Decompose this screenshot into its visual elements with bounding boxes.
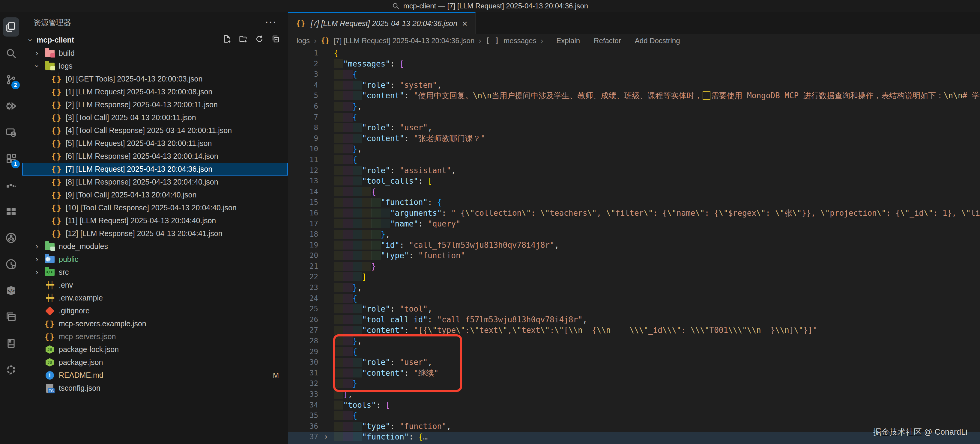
tree-item-readme-md[interactable]: ›iREADME.mdM bbox=[22, 369, 288, 382]
code-line-12[interactable]: 12 "role": "assistant", bbox=[288, 165, 980, 176]
chevron-right-icon[interactable]: › bbox=[33, 242, 41, 251]
tree-item-mcp-servers-json[interactable]: ›{}mcp-servers.json bbox=[22, 330, 288, 343]
breadcrumb-item[interactable]: [7] [LLM Request] 2025-04-13 20:04:36.js… bbox=[334, 36, 475, 45]
code-line-2[interactable]: 2 "messages": [ bbox=[288, 59, 980, 70]
collapse-all-icon[interactable] bbox=[271, 35, 280, 45]
code-line-26[interactable]: 26 "tool_call_id": "call_f57lm53wju813h0… bbox=[288, 315, 980, 325]
tree-item-[0]-[get-tools]-2025-04-13-20-00-03-json[interactable]: {}[0] [GET Tools] 2025-04-13 20:00:03.js… bbox=[22, 73, 288, 86]
code-line-3[interactable]: 3 { bbox=[288, 69, 980, 80]
code-line-32[interactable]: 32 } bbox=[288, 378, 980, 389]
activitybar-search[interactable] bbox=[0, 40, 22, 67]
activitybar-layers[interactable] bbox=[0, 304, 22, 330]
code-line-6[interactable]: 6 }, bbox=[288, 101, 980, 112]
fold-chevron-icon[interactable]: › bbox=[318, 432, 334, 442]
code-line-14[interactable]: 14 { bbox=[288, 187, 980, 197]
tree-item-[10]-[tool-call-response]-2025-04-13-20-04-40-json[interactable]: {}[10] [Tool Call Response] 2025-04-13 2… bbox=[22, 201, 288, 214]
tree-item--env[interactable]: ›╪╪.env bbox=[22, 279, 288, 292]
breadcrumb-item[interactable]: logs bbox=[297, 36, 310, 45]
activitybar-share-circle[interactable] bbox=[0, 225, 22, 251]
tree-item-logs[interactable]: ›logs bbox=[22, 60, 288, 73]
code-line-1[interactable]: 1{ bbox=[288, 48, 980, 59]
code-line-21[interactable]: 21 } bbox=[288, 261, 980, 272]
json-icon: {} bbox=[52, 74, 62, 84]
code-line-33[interactable]: 33 ], bbox=[288, 389, 980, 400]
code-line-28[interactable]: 28 }, bbox=[288, 336, 980, 347]
tree-item--gitignore[interactable]: ›.gitignore bbox=[22, 304, 288, 317]
code-line-7[interactable]: 7 { bbox=[288, 112, 980, 123]
code-line-9[interactable]: 9 "content": "张老师教哪门课？" bbox=[288, 133, 980, 144]
code-line-11[interactable]: 11 { bbox=[288, 155, 980, 165]
tree-item--env-example[interactable]: ›╪╪.env.example bbox=[22, 292, 288, 304]
more-actions-icon[interactable]: ··· bbox=[266, 17, 277, 28]
code-line-8[interactable]: 8 "role": "user", bbox=[288, 122, 980, 133]
code-line-13[interactable]: 13 "tool_calls": [ bbox=[288, 176, 980, 187]
tree-item-mcp-servers-example-json[interactable]: ›{}mcp-servers.example.json bbox=[22, 317, 288, 330]
tree-item-[5]-[llm-request]-2025-04-13-20-00-11-json[interactable]: {}[5] [LLM Request] 2025-04-13 20:00:11.… bbox=[22, 137, 288, 150]
code-line-29[interactable]: 29 { bbox=[288, 347, 980, 357]
code-line-24[interactable]: 24 { bbox=[288, 293, 980, 304]
new-file-icon[interactable] bbox=[223, 35, 232, 45]
code-line-19[interactable]: 19 "id": "call_f57lm53wju813h0qv78i4j8r"… bbox=[288, 240, 980, 251]
tree-item-[7]-[llm-request]-2025-04-13-20-04-36-json[interactable]: {}[7] [LLM Request] 2025-04-13 20:04:36.… bbox=[22, 163, 288, 176]
refresh-icon[interactable] bbox=[255, 35, 264, 45]
code-line-17[interactable]: 17 "name": "query" bbox=[288, 219, 980, 230]
code-line-5[interactable]: 5 "content": "使用中文回复。\n\n当用户提问中涉及学生、教师、成… bbox=[288, 90, 980, 101]
tree-item-src[interactable]: ›</>src bbox=[22, 266, 288, 279]
workspace-section-header[interactable]: › mcp-client bbox=[22, 33, 288, 47]
activitybar-run-debug[interactable] bbox=[0, 93, 22, 119]
activitybar-remote-explorer[interactable] bbox=[0, 119, 22, 146]
tree-item-[12]-[llm-response]-2025-04-13-20-04-41-json[interactable]: {}[12] [LLM Response] 2025-04-13 20:04:4… bbox=[22, 227, 288, 240]
tab-llm-request-json[interactable]: {} [7] [LLM Request] 2025-04-13 20:04:36… bbox=[288, 12, 476, 34]
add-docstring-action[interactable]: Add Docstring bbox=[635, 36, 680, 45]
code-line-4[interactable]: 4 "role": "system", bbox=[288, 80, 980, 91]
tree-item-[3]-[tool-call]-2025-04-13-20-00-11-json[interactable]: {}[3] [Tool Call] 2025-04-13 20:00:11.js… bbox=[22, 111, 288, 124]
code-line-31[interactable]: 31 "content": "继续" bbox=[288, 368, 980, 379]
activitybar-blocks[interactable] bbox=[0, 172, 22, 198]
code-line-34[interactable]: 34 "tools": [ bbox=[288, 400, 980, 411]
code-line-35[interactable]: 35 { bbox=[288, 411, 980, 421]
code-line-25[interactable]: 25 "role": "tool", bbox=[288, 304, 980, 315]
tree-item-[8]-[llm-response]-2025-04-13-20-04-40-json[interactable]: {}[8] [LLM Response] 2025-04-13 20:04:40… bbox=[22, 176, 288, 189]
breadcrumb-item[interactable]: messages bbox=[503, 36, 536, 45]
activitybar-device[interactable] bbox=[0, 330, 22, 357]
fold-gutter bbox=[318, 261, 334, 272]
code-line-27[interactable]: 27 "content": "[{\"type\":\"text\",\"tex… bbox=[288, 325, 980, 336]
chevron-right-icon[interactable]: › bbox=[33, 255, 41, 264]
chevron-right-icon[interactable]: › bbox=[33, 268, 41, 277]
tree-item-public[interactable]: ›public bbox=[22, 253, 288, 266]
tree-item-[6]-[llm-response]-2025-04-13-20-00-14-json[interactable]: {}[6] [LLM Response] 2025-04-13 20:00:14… bbox=[22, 150, 288, 163]
code-line-16[interactable]: 16 "arguments": " {\"collection\": \"tea… bbox=[288, 208, 980, 219]
tree-item-node-modules[interactable]: ›node_modules bbox=[22, 240, 288, 253]
code-line-10[interactable]: 10 }, bbox=[288, 144, 980, 155]
code-line-30[interactable]: 30 "role": "user", bbox=[288, 357, 980, 368]
tree-item-package-lock-json[interactable]: ›JSpackage-lock.json bbox=[22, 343, 288, 356]
code-editor[interactable]: 1{2 "messages": [3 {4 "role": "system",5… bbox=[288, 48, 980, 444]
code-line-18[interactable]: 18 }, bbox=[288, 229, 980, 240]
new-folder-icon[interactable] bbox=[239, 35, 248, 45]
activitybar-code-box[interactable]: </> bbox=[0, 278, 22, 304]
tree-item-[2]-[llm-response]-2025-04-13-20-00-11-json[interactable]: {}[2] [LLM Response] 2025-04-13 20:00:11… bbox=[22, 98, 288, 111]
tree-item-[11]-[llm-request]-2025-04-13-20-04-40-json[interactable]: {}[11] [LLM Request] 2025-04-13 20:04:40… bbox=[22, 214, 288, 227]
tree-item-tsconfig-json[interactable]: ›TStsconfig.json bbox=[22, 382, 288, 395]
code-line-22[interactable]: 22 ] bbox=[288, 272, 980, 282]
activitybar-extensions[interactable]: 1 bbox=[0, 146, 22, 172]
explain-action[interactable]: Explain bbox=[556, 36, 580, 45]
code-text: "id": "call_f57lm53wju813h0qv78i4j8r", bbox=[334, 240, 559, 251]
activitybar-source-control[interactable]: 2 bbox=[0, 67, 22, 93]
activitybar-grid[interactable] bbox=[0, 198, 22, 225]
activitybar-explorer[interactable] bbox=[0, 14, 22, 40]
tree-item-package-json[interactable]: ›JSpackage.json bbox=[22, 356, 288, 369]
refactor-action[interactable]: Refactor bbox=[594, 36, 621, 45]
tree-item-[1]-[llm-request]-2025-04-13-20-00-08-json[interactable]: {}[1] [LLM Request] 2025-04-13 20:00:08.… bbox=[22, 86, 288, 98]
activitybar-pinwheel[interactable] bbox=[0, 357, 22, 383]
close-icon[interactable]: × bbox=[462, 19, 468, 28]
chevron-right-icon[interactable]: › bbox=[33, 49, 41, 58]
tree-item-build[interactable]: ›build bbox=[22, 47, 288, 60]
code-line-15[interactable]: 15 "function": { bbox=[288, 197, 980, 208]
tree-item-[4]-[tool-call-response]-2025-03-14-20-00-11-json[interactable]: {}[4] [Tool Call Response] 2025-03-14 20… bbox=[22, 124, 288, 137]
chevron-down-icon[interactable]: › bbox=[32, 62, 42, 70]
tree-item-[9]-[tool-call]-2025-04-13-20-04-40-json[interactable]: {}[9] [Tool Call] 2025-04-13 20:04:40.js… bbox=[22, 189, 288, 201]
activitybar-history-circle[interactable] bbox=[0, 251, 22, 278]
code-line-23[interactable]: 23 }, bbox=[288, 282, 980, 293]
code-line-20[interactable]: 20 "type": "function" bbox=[288, 251, 980, 261]
